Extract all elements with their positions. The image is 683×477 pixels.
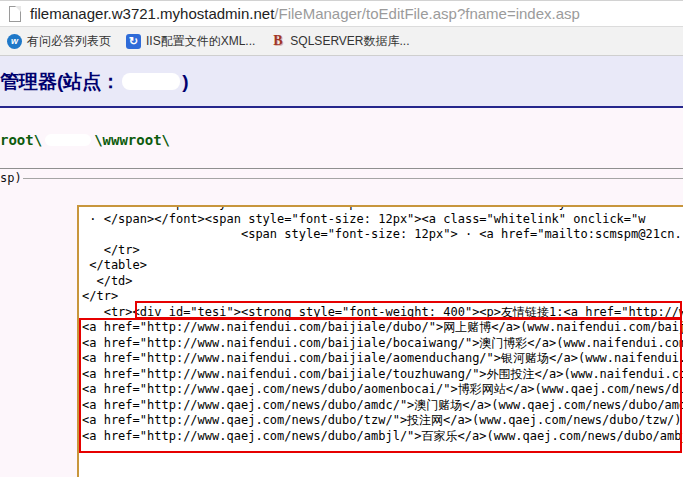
bookmarks-bar: w 有问必答列表页 ↻ IIS配置文件的XML... B SQLSERVER数据… [0,27,683,56]
bookmark-item-qa[interactable]: w 有问必答列表页 [7,33,111,50]
address-bar: filemanager.w3721.myhostadmin.net/FileMa… [0,0,683,27]
wave-circle-icon: w [7,34,22,49]
fieldset-line [23,178,683,179]
header-title-close: ) [182,71,188,92]
red-highlight-box-div-tesi [135,301,682,319]
page-content: 管理器(站点：) root\\wwwroot\ sp) <span style=… [0,56,683,477]
page-header: 管理器(站点：) [0,56,683,108]
iis-icon: ↻ [126,34,141,49]
code-line: <span style="font-size: 12px"> <a class=… [82,205,683,212]
bookmark-label: IIS配置文件的XML... [146,33,255,50]
code-line: </td> [82,274,683,290]
sqlserver-icon: B [270,34,285,49]
redacted-site-name [122,73,180,90]
bookmark-label: 有问必答列表页 [27,33,111,50]
path-suffix: \wwwroot\ [94,132,170,148]
url-input[interactable]: filemanager.w3721.myhostadmin.net/FileMa… [30,1,580,27]
bookmark-item-iis[interactable]: ↻ IIS配置文件的XML... [126,33,255,50]
horizontal-divider [0,168,683,169]
page-favicon-icon [9,6,21,22]
red-highlight-box-spam-links [79,318,682,453]
path-prefix: root\ [0,132,42,148]
bookmark-label: SQLSERVER数据库... [290,33,409,50]
code-line: </table> [82,258,683,274]
bookmark-item-sqlserver[interactable]: B SQLSERVER数据库... [270,33,409,50]
code-line: · </span></font><span style="font-size: … [82,212,683,228]
code-line: <span style="font-size: 12px"> · <a href… [82,227,683,243]
server-path: root\\wwwroot\ [0,132,170,148]
url-host: filemanager.w3721.myhostadmin.net [30,5,274,22]
header-title: 管理器(站点： [0,71,120,92]
redacted-path-segment [45,134,91,146]
url-path: /FileManager/toEditFile.asp?fname=index.… [274,5,580,22]
filename-legend: sp) [0,171,22,185]
code-line: </tr> [82,243,683,259]
